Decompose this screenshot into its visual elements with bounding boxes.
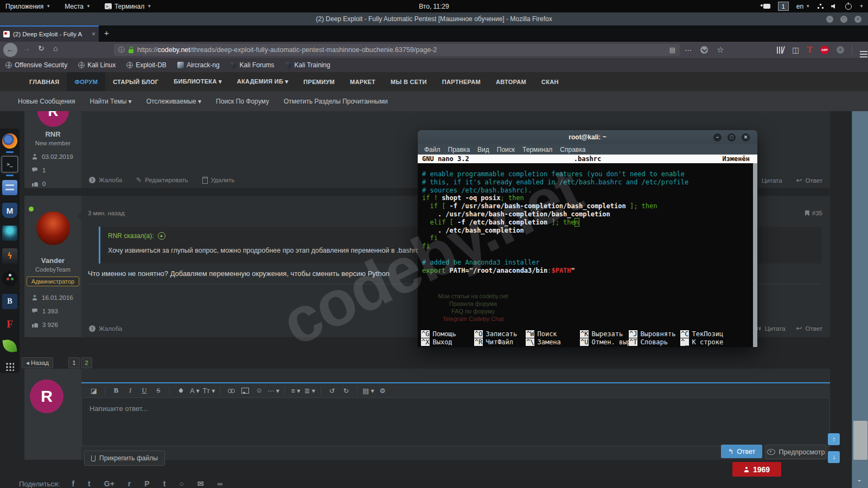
tab-deep-exploit[interactable]: (2) Deep Exploit - Fully A ×: [0, 25, 99, 42]
bookmark-item[interactable]: Kali Forums: [231, 61, 275, 69]
page-actions-icon[interactable]: ⋯: [685, 46, 692, 54]
page-info-icon[interactable]: ⓘ: [118, 46, 125, 55]
pagination-page[interactable]: 2: [81, 357, 92, 368]
dock-icon[interactable]: [2, 271, 17, 286]
editor-tool[interactable]: ≣ ▾: [303, 387, 317, 395]
network-icon[interactable]: [818, 4, 824, 9]
share-icon[interactable]: t: [163, 479, 166, 488]
scroll-bottom-button[interactable]: ↓: [828, 451, 840, 463]
editor-tool[interactable]: ↻: [339, 387, 353, 395]
reply-input[interactable]: Напишите ответ...: [81, 397, 830, 446]
editor-tool[interactable]: [220, 387, 220, 395]
home-button[interactable]: ⌂: [53, 44, 58, 53]
sidebar-icon[interactable]: ◫: [792, 46, 799, 54]
site-nav-item[interactable]: ФОРУМ: [67, 72, 105, 91]
terminal-menu-item[interactable]: Правка: [448, 146, 470, 153]
editor-tool[interactable]: I: [123, 387, 137, 395]
editor-tool[interactable]: [174, 389, 188, 393]
avatar[interactable]: [36, 211, 70, 245]
tampermonkey-icon[interactable]: T: [807, 45, 813, 55]
forum-subnav-item[interactable]: Новые Сообщения: [18, 98, 75, 105]
terminal-menu-item[interactable]: Справка: [560, 146, 585, 153]
post-action-link[interactable]: Редактировать: [136, 176, 188, 184]
adblock-plus-icon[interactable]: ABP: [820, 46, 829, 54]
preview-button[interactable]: Предпросмотр: [765, 445, 826, 459]
terminal-menu-item[interactable]: Файл: [424, 146, 441, 153]
forum-subnav-item[interactable]: Найти Темы ▾: [90, 98, 131, 105]
post-action-link[interactable]: Жалоба: [89, 325, 122, 332]
reload-button[interactable]: ↻: [38, 44, 44, 53]
tab-close-icon[interactable]: ×: [92, 30, 95, 38]
terminal-body[interactable]: Мои статьи на codeby.netПравила форумаFA…: [418, 163, 757, 347]
post-number[interactable]: #35: [805, 210, 822, 216]
username[interactable]: Vander: [24, 256, 81, 265]
minimize-button[interactable]: −: [713, 133, 722, 142]
dock-icon[interactable]: >_: [2, 156, 18, 172]
username[interactable]: RNR: [24, 130, 81, 138]
reader-view-icon[interactable]: ▤: [669, 46, 675, 54]
online-counter-badge[interactable]: 1969: [732, 462, 781, 477]
workspace-indicator[interactable]: 1: [778, 2, 789, 11]
library-icon[interactable]: [777, 47, 784, 54]
editor-tool[interactable]: [238, 388, 252, 394]
bookmark-icon[interactable]: [805, 210, 809, 216]
share-icon[interactable]: ∞: [218, 479, 223, 488]
scrollbar-thumb[interactable]: [853, 421, 867, 460]
bookmark-item[interactable]: Exploit-DB: [126, 61, 167, 69]
attach-files-button[interactable]: Прикрепить файлы: [84, 451, 165, 466]
volume-icon[interactable]: [831, 3, 838, 9]
post-action-link[interactable]: Жалоба: [89, 177, 122, 183]
terminal-menu-item[interactable]: Терминал: [522, 146, 552, 153]
dock-icon[interactable]: ϟ: [2, 248, 17, 264]
disabled-extension-icon[interactable]: +: [837, 46, 844, 54]
site-nav-item[interactable]: ПРЕМИУМ: [296, 72, 342, 91]
dock-icon[interactable]: [2, 180, 17, 195]
terminal-menu-item[interactable]: Вид: [477, 146, 489, 153]
bookmark-star-icon[interactable]: ☆: [717, 45, 724, 55]
dock-icon[interactable]: B: [2, 294, 17, 309]
url-bar[interactable]: ⓘ https://codeby.net/threads/deep-exploi…: [114, 44, 680, 56]
hamburger-menu-icon[interactable]: [860, 51, 867, 52]
editor-tool[interactable]: [224, 389, 238, 393]
site-nav-item[interactable]: СКАН: [534, 72, 566, 91]
dock-icon[interactable]: F: [2, 317, 17, 332]
site-nav-item[interactable]: МАРКЕТ: [342, 72, 383, 91]
reply-button[interactable]: ↰Ответ: [721, 445, 762, 458]
share-icon[interactable]: G+: [104, 479, 114, 488]
post-timestamp[interactable]: 3 мин. назад: [88, 210, 125, 216]
keyboard-layout[interactable]: en▼: [796, 3, 810, 10]
bookmark-item[interactable]: Aircrack-ng: [177, 61, 220, 69]
share-icon[interactable]: P: [144, 479, 149, 488]
share-icon[interactable]: f: [72, 479, 74, 488]
terminal-scrollbar[interactable]: [753, 163, 757, 347]
terminal-titlebar[interactable]: root@kali: ~ − □ ✕: [418, 130, 757, 144]
dock-icon[interactable]: M: [2, 203, 17, 218]
editor-tool[interactable]: Tт ▾: [202, 387, 216, 395]
forum-subnav-item[interactable]: Поиск По Форуму: [216, 98, 269, 105]
site-nav-item[interactable]: СТАРЫЙ БЛОГ: [105, 72, 166, 91]
editor-tool[interactable]: A ▾: [188, 387, 202, 395]
site-nav-item[interactable]: АКАДЕМИЯ ИБ ▾: [229, 72, 296, 91]
new-tab-button[interactable]: +: [104, 28, 109, 37]
maximize-button[interactable]: □: [727, 133, 736, 142]
editor-tool[interactable]: U: [137, 387, 151, 395]
share-icon[interactable]: ✉: [197, 479, 204, 488]
site-nav-item[interactable]: АВТОРАМ: [488, 72, 534, 91]
dock-icon[interactable]: [2, 133, 17, 149]
post-action-link[interactable]: Ответ: [796, 325, 822, 332]
post-action-link[interactable]: Цитата: [756, 325, 786, 332]
site-nav-item[interactable]: ПАРТНЕРАМ: [435, 72, 488, 91]
post-action-link[interactable]: Удалить: [202, 177, 235, 184]
site-nav-item[interactable]: БИБЛИОТЕКА ▾: [166, 72, 229, 91]
share-icon[interactable]: r: [128, 479, 131, 488]
share-icon[interactable]: t: [88, 479, 91, 488]
screen-recorder-icon[interactable]: [763, 4, 770, 9]
editor-tool[interactable]: B: [109, 387, 123, 395]
bookmark-item[interactable]: Kali Training: [285, 61, 330, 69]
expand-up-icon[interactable]: ▲: [158, 232, 165, 240]
show-applications-icon[interactable]: [5, 362, 14, 371]
power-icon[interactable]: [845, 3, 852, 10]
editor-tool[interactable]: [169, 387, 170, 395]
url-text[interactable]: https://codeby.net/threads/deep-exploit-…: [137, 46, 666, 54]
dock-icon[interactable]: [2, 338, 17, 353]
